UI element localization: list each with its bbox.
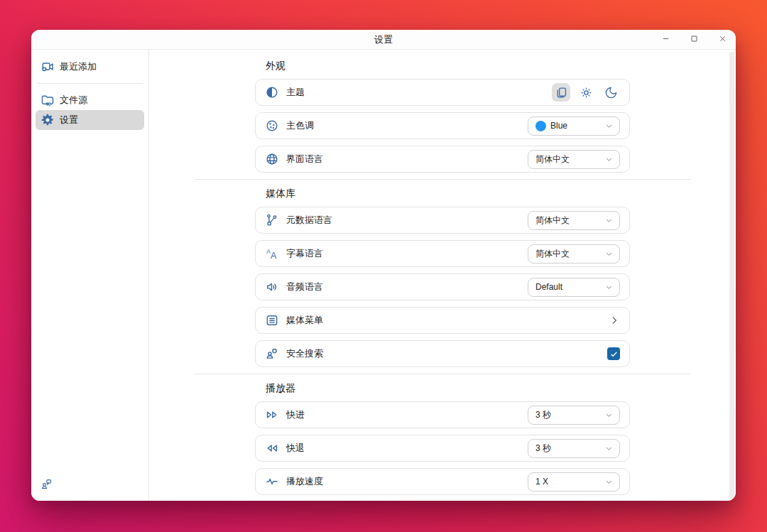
window-title: 设置 — [31, 33, 736, 46]
setting-label: 安全搜索 — [286, 347, 323, 360]
setting-row-media-menu[interactable]: 媒体菜单 — [255, 307, 630, 334]
minimize-button[interactable] — [660, 35, 670, 45]
chevron-down-icon — [604, 121, 614, 131]
sidebar-item-label: 最近添加 — [60, 60, 97, 73]
setting-row-safe-search: 安全搜索 — [255, 340, 630, 367]
accent-color-select[interactable]: Blue — [528, 116, 620, 136]
chevron-down-icon — [604, 216, 614, 225]
sun-icon — [580, 86, 593, 99]
section-divider — [195, 374, 690, 374]
metadata-icon — [265, 213, 279, 227]
sidebar-item-label: 设置 — [60, 114, 78, 126]
setting-label: 音频语言 — [286, 281, 323, 293]
audio-language-select[interactable]: Default — [528, 278, 620, 297]
settings-window: 设置 最近添加 — [31, 30, 736, 501]
setting-label: 字幕语言 — [286, 247, 323, 260]
chevron-down-icon — [604, 249, 614, 259]
svg-text:A: A — [271, 251, 277, 261]
setting-row-subtitle-language: A A 字幕语言 简体中文 — [255, 240, 630, 267]
chevron-right-icon — [609, 315, 620, 326]
check-icon — [609, 349, 619, 359]
theme-dark-button[interactable] — [602, 83, 620, 102]
section-divider — [195, 179, 690, 180]
safe-search-checkbox[interactable] — [607, 347, 620, 360]
playback-speed-select[interactable]: 1 X — [528, 472, 620, 492]
setting-label: 主色调 — [286, 119, 314, 132]
setting-row-rewind: 快退 3 秒 — [255, 435, 630, 462]
metadata-language-select[interactable]: 简体中文 — [528, 211, 620, 230]
pulse-icon — [265, 474, 279, 489]
setting-row-playback-speed: 播放速度 1 X — [255, 468, 630, 495]
stacked-pages-icon — [555, 86, 568, 99]
setting-row-accent-color: 主色调 Blue — [255, 112, 630, 139]
feedback-icon — [40, 478, 53, 490]
moon-icon — [604, 86, 618, 99]
subtitles-icon: A A — [265, 246, 279, 261]
contrast-icon — [265, 85, 279, 99]
blue-color-swatch — [535, 121, 546, 131]
chevron-down-icon — [604, 155, 614, 164]
setting-row-audio-language: 音频语言 Default — [255, 273, 630, 300]
ui-language-select[interactable]: 简体中文 — [528, 150, 620, 169]
setting-label: 快退 — [286, 442, 305, 455]
setting-label: 主题 — [286, 86, 305, 99]
setting-label: 播放速度 — [286, 475, 323, 488]
sidebar-divider — [37, 83, 143, 84]
section-title-player: 播放器 — [266, 382, 690, 395]
setting-label: 媒体菜单 — [286, 314, 323, 327]
setting-label: 元数据语言 — [286, 214, 332, 227]
setting-row-theme: 主题 — [255, 79, 630, 106]
maximize-icon — [690, 33, 699, 46]
sidebar: 最近添加 文件源 设置 — [31, 50, 149, 501]
setting-row-metadata-language: 元数据语言 简体中文 — [255, 207, 630, 234]
setting-row-fast-forward: 快进 3 秒 — [255, 401, 630, 428]
select-value: 3 秒 — [535, 409, 600, 421]
rewind-icon — [265, 441, 279, 455]
rewind-select[interactable]: 3 秒 — [528, 439, 620, 458]
sidebar-item-file-sources[interactable]: 文件源 — [36, 90, 144, 110]
sidebar-item-settings[interactable]: 设置 — [36, 110, 144, 130]
scrollbar[interactable] — [729, 52, 734, 499]
file-sources-icon — [40, 93, 55, 107]
person-search-icon — [265, 347, 279, 361]
select-value: 简体中文 — [535, 153, 600, 165]
close-button[interactable] — [717, 35, 727, 45]
theme-auto-button[interactable] — [552, 83, 570, 102]
select-value: Blue — [550, 121, 600, 131]
select-value: 简体中文 — [535, 248, 600, 260]
chevron-down-icon — [604, 411, 614, 420]
theme-light-button[interactable] — [577, 83, 595, 102]
select-value: Default — [535, 282, 600, 292]
section-title-appearance: 外观 — [266, 60, 690, 72]
close-icon — [718, 33, 727, 46]
minimize-icon — [661, 33, 670, 46]
section-title-library: 媒体库 — [266, 188, 690, 200]
chevron-down-icon — [604, 477, 614, 487]
recently-added-icon — [40, 60, 55, 74]
color-wheel-icon — [265, 119, 279, 133]
setting-label: 快进 — [286, 408, 305, 421]
subtitle-language-select[interactable]: 简体中文 — [528, 244, 620, 264]
maximize-button[interactable] — [689, 35, 699, 45]
sidebar-item-label: 文件源 — [60, 94, 87, 107]
window-controls — [660, 30, 727, 50]
fast-forward-icon — [265, 408, 279, 422]
fast-forward-select[interactable]: 3 秒 — [528, 406, 620, 425]
settings-content: 外观 主题 — [149, 50, 736, 501]
chevron-down-icon — [604, 283, 614, 292]
sidebar-item-recently-added[interactable]: 最近添加 — [36, 57, 144, 77]
sidebar-footer[interactable] — [40, 478, 53, 493]
setting-row-ui-language: 界面语言 简体中文 — [255, 146, 630, 173]
globe-icon — [265, 152, 279, 166]
titlebar[interactable]: 设置 — [31, 30, 736, 50]
select-value: 3 秒 — [535, 443, 600, 455]
select-value: 1 X — [535, 477, 600, 487]
list-icon — [265, 313, 279, 327]
settings-gear-icon — [40, 113, 55, 127]
theme-toggle-group — [552, 83, 620, 102]
chevron-down-icon — [604, 444, 614, 453]
setting-label: 界面语言 — [286, 153, 323, 165]
speaker-icon — [265, 280, 279, 294]
select-value: 简体中文 — [535, 215, 600, 227]
